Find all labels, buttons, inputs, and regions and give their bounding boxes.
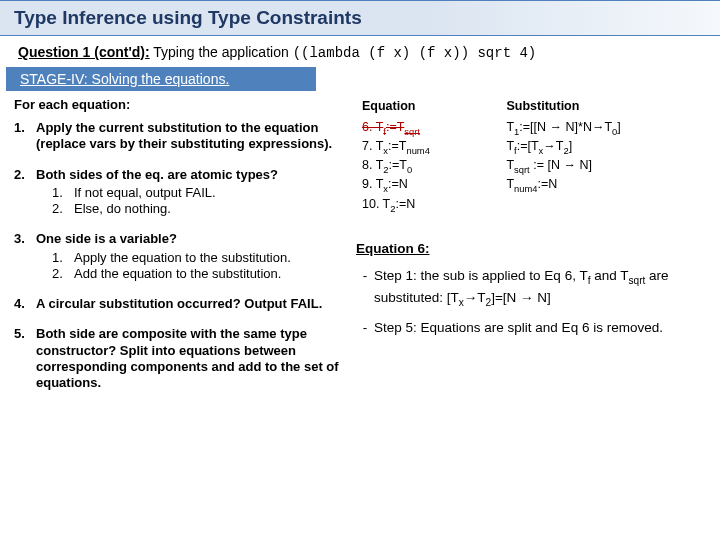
step-item: 1.Apply the current substitution to the … [14, 120, 340, 153]
step-item: 2.Both sides of the eq. are atomic types… [14, 167, 340, 218]
question-line: Question 1 (cont'd): Typing the applicat… [0, 36, 720, 67]
equation-row: 6. Tf:=Tsqrt [362, 119, 494, 138]
dash-icon: - [356, 266, 374, 310]
substitution-row: Tsqrt := [N N] [506, 157, 694, 176]
step-item: 3.One side is a variable?1.Apply the equ… [14, 231, 340, 282]
step-item: 5.Both side are composite with the same … [14, 326, 340, 391]
page-title: Type Inference using Type Constraints [14, 7, 706, 29]
for-each-label: For each equation: [10, 97, 340, 112]
equation-row: 9. Tx:=N [362, 176, 494, 195]
th-equation: Equation [356, 97, 500, 119]
th-substitution: Substitution [500, 97, 700, 119]
equation-table: Equation Substitution 6. Tf:=Tsqrt7. Tx:… [356, 97, 700, 215]
question-label: Question 1 (cont'd): [18, 44, 150, 60]
note-line-2: - Step 5: Equations are split and Eq 6 i… [356, 318, 700, 338]
step-item: 4.A circular substitution occurred? Outp… [14, 296, 340, 312]
right-column: Equation Substitution 6. Tf:=Tsqrt7. Tx:… [356, 97, 700, 405]
substitution-row: T1:=[[N N]*NT0] [506, 119, 694, 138]
dash-icon: - [356, 318, 374, 338]
note-line-1: - Step 1: the sub is applied to Eq 6, Tf… [356, 266, 700, 310]
steps-list: 1.Apply the current substitution to the … [10, 120, 340, 391]
stage-band: STAGE-IV: Solving the equations. [6, 67, 316, 91]
question-lead: Typing the application [153, 44, 288, 60]
left-column: For each equation: 1.Apply the current s… [10, 97, 340, 405]
equation-row: 7. Tx:=Tnum4 [362, 138, 494, 157]
equation-row: 8. T2:=T0 [362, 157, 494, 176]
sub-cell: T1:=[[N N]*NT0]Tf:=[TxT2]Tsqrt := [N N]T… [500, 119, 700, 215]
equation-row: 10. T2:=N [362, 196, 494, 215]
eq-cell: 6. Tf:=Tsqrt7. Tx:=Tnum48. T2:=T09. Tx:=… [356, 119, 500, 215]
equation-note: Equation 6: - Step 1: the sub is applied… [356, 241, 700, 338]
substitution-row: Tf:=[TxT2] [506, 138, 694, 157]
question-code: ((lambda (f x) (f x)) sqrt 4) [293, 45, 537, 61]
substitution-row: Tnum4:=N [506, 176, 694, 195]
title-band: Type Inference using Type Constraints [0, 0, 720, 36]
note-header: Equation 6: [356, 241, 700, 256]
